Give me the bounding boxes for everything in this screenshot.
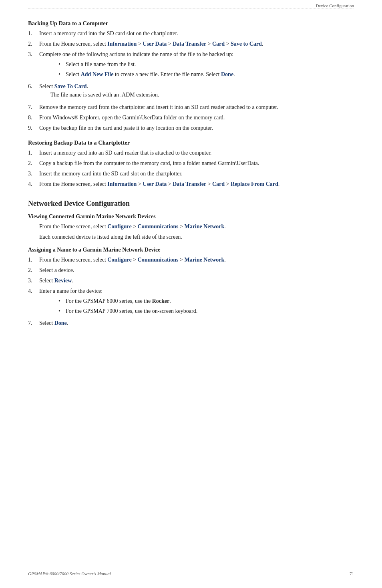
restoring-section: Restoring Backup Data to a Chartplotter … bbox=[28, 139, 354, 188]
assigning-step-3: Select Review. bbox=[28, 276, 354, 285]
viewing-step-2: Each connected device is listed along th… bbox=[39, 233, 354, 241]
done-link-2: Done bbox=[54, 320, 67, 326]
restoring-step-4: From the Home screen, select Information… bbox=[28, 180, 354, 188]
user-data-link-1: User Data bbox=[143, 41, 167, 47]
data-transfer-link-2: Data Transfer bbox=[173, 181, 206, 187]
backing-step-4-text: Select Save To Card. The file name is sa… bbox=[39, 82, 354, 101]
backing-step-2-text: From the Home screen, select Information… bbox=[39, 40, 354, 48]
replace-from-card-link: Replace From Card bbox=[231, 181, 278, 187]
information-link-1: Information bbox=[107, 41, 137, 47]
restoring-step-2: Copy a backup file from the computer to … bbox=[28, 159, 354, 167]
footer-right-text: 71 bbox=[350, 571, 354, 576]
top-border bbox=[28, 8, 354, 8]
backing-step-6: From Windows® Explorer, open the Garmin\… bbox=[28, 113, 354, 122]
save-to-card-link-2: Save To Card bbox=[54, 83, 87, 89]
networked-section: Networked Device Configuration Viewing C… bbox=[28, 199, 354, 327]
footer-left-text: GPSMAP® 6000/7000 Series Owner's Manual bbox=[28, 571, 111, 576]
assigning-step-4: Enter a name for the device: For the GPS… bbox=[28, 287, 354, 317]
backing-step-4: Select Save To Card. The file name is sa… bbox=[28, 82, 354, 101]
bullet-select-file: Select a file name from the list. bbox=[58, 60, 354, 68]
card-link-1: Card bbox=[212, 41, 225, 47]
bullet-select-file-text: Select a file name from the list. bbox=[66, 60, 136, 68]
backing-up-section: Backing Up Data to a Computer Insert a m… bbox=[28, 20, 354, 132]
backing-step-5-text: Remove the memory card from the chartplo… bbox=[39, 103, 354, 111]
backing-up-list: Insert a memory card into the SD card sl… bbox=[28, 29, 354, 132]
bullet-gpsmap-6000: For the GPSMAP 6000 series, use the Rock… bbox=[58, 297, 354, 305]
assigning-step-5-text: Select Done. bbox=[39, 319, 354, 327]
page-footer: GPSMAP® 6000/7000 Series Owner's Manual … bbox=[28, 571, 354, 576]
assigning-step-1: From the Home screen, select Configure >… bbox=[28, 256, 354, 264]
rocker-label: Rocker bbox=[152, 298, 170, 304]
restoring-list: Insert a memory card into an SD card rea… bbox=[28, 149, 354, 188]
add-new-file-link: Add New File bbox=[81, 71, 114, 77]
assigning-step-3-text: Select Review. bbox=[39, 276, 354, 285]
assigning-step-1-text: From the Home screen, select Configure >… bbox=[39, 256, 354, 264]
restoring-step-2-text: Copy a backup file from the computer to … bbox=[39, 159, 354, 167]
communications-link-1: Communications bbox=[138, 224, 179, 230]
backing-step-4-note: The file name is saved with an .ADM exte… bbox=[50, 91, 354, 99]
assigning-step-4-text: Enter a name for the device: For the GPS… bbox=[39, 287, 354, 317]
assigning-step-5: Select Done. bbox=[28, 319, 354, 327]
bullet-gpsmap-7000-text: For the GPSMAP 7000 series, use the on-s… bbox=[66, 307, 197, 315]
backing-step-2: From the Home screen, select Information… bbox=[28, 40, 354, 48]
networked-title: Networked Device Configuration bbox=[28, 199, 354, 208]
viewing-subsection: Viewing Connected Garmin Marine Network … bbox=[28, 213, 354, 241]
card-link-2: Card bbox=[212, 181, 225, 187]
backing-step-3-text: Complete one of the following actions to… bbox=[39, 50, 354, 80]
backing-step-3-bullets: Select a file name from the list. Select… bbox=[58, 60, 354, 79]
restoring-step-4-text: From the Home screen, select Information… bbox=[39, 180, 354, 188]
assigning-subsection: Assigning a Name to a Garmin Marine Netw… bbox=[28, 247, 354, 327]
backing-step-1-text: Insert a memory card into the SD card sl… bbox=[39, 29, 354, 38]
backing-step-1: Insert a memory card into the SD card sl… bbox=[28, 29, 354, 38]
backing-step-3: Complete one of the following actions to… bbox=[28, 50, 354, 80]
restoring-step-3-text: Insert the memory card into the SD card … bbox=[39, 169, 354, 178]
user-data-link-2: User Data bbox=[143, 181, 167, 187]
save-to-card-link: Save to Card bbox=[231, 41, 262, 47]
restoring-step-3: Insert the memory card into the SD card … bbox=[28, 169, 354, 178]
backing-step-7-text: Copy the backup file on the card and pas… bbox=[39, 124, 354, 132]
assigning-list: From the Home screen, select Configure >… bbox=[28, 256, 354, 327]
backing-step-7: Copy the backup file on the card and pas… bbox=[28, 124, 354, 132]
restoring-title: Restoring Backup Data to a Chartplotter bbox=[28, 139, 354, 146]
marine-network-link-1: Marine Network bbox=[184, 224, 224, 230]
assigning-step-4-bullets: For the GPSMAP 6000 series, use the Rock… bbox=[58, 297, 354, 315]
page-container: Device Configuration Backing Up Data to … bbox=[0, 0, 382, 588]
assigning-step-2-text: Select a device. bbox=[39, 266, 354, 274]
assigning-title: Assigning a Name to a Garmin Marine Netw… bbox=[28, 247, 354, 253]
restoring-step-1: Insert a memory card into an SD card rea… bbox=[28, 149, 354, 157]
header-text: Device Configuration bbox=[316, 3, 354, 8]
information-link-2: Information bbox=[107, 181, 137, 187]
bullet-gpsmap-7000: For the GPSMAP 7000 series, use the on-s… bbox=[58, 307, 354, 315]
review-link: Review bbox=[54, 278, 72, 284]
backing-up-title: Backing Up Data to a Computer bbox=[28, 20, 354, 27]
marine-network-link-2: Marine Network bbox=[184, 257, 224, 263]
configure-link-2: Configure bbox=[107, 257, 131, 263]
backing-step-5: Remove the memory card from the chartplo… bbox=[28, 103, 354, 111]
data-transfer-link-1: Data Transfer bbox=[173, 41, 206, 47]
backing-step-6-text: From Windows® Explorer, open the Garmin\… bbox=[39, 113, 354, 122]
restoring-step-1-text: Insert a memory card into an SD card rea… bbox=[39, 149, 354, 157]
bullet-add-new-file: Select Add New File to create a new file… bbox=[58, 70, 354, 79]
configure-link-1: Configure bbox=[107, 224, 131, 230]
done-link-1: Done bbox=[221, 71, 233, 77]
main-content: Backing Up Data to a Computer Insert a m… bbox=[28, 20, 354, 327]
bullet-gpsmap-6000-text: For the GPSMAP 6000 series, use the Rock… bbox=[66, 297, 171, 305]
viewing-title: Viewing Connected Garmin Marine Network … bbox=[28, 213, 354, 220]
communications-link-2: Communications bbox=[138, 257, 179, 263]
bullet-add-new-file-text: Select Add New File to create a new file… bbox=[66, 70, 235, 79]
page-header: Device Configuration bbox=[316, 3, 354, 8]
assigning-step-2: Select a device. bbox=[28, 266, 354, 274]
viewing-step-1: From the Home screen, select Configure >… bbox=[39, 222, 354, 231]
